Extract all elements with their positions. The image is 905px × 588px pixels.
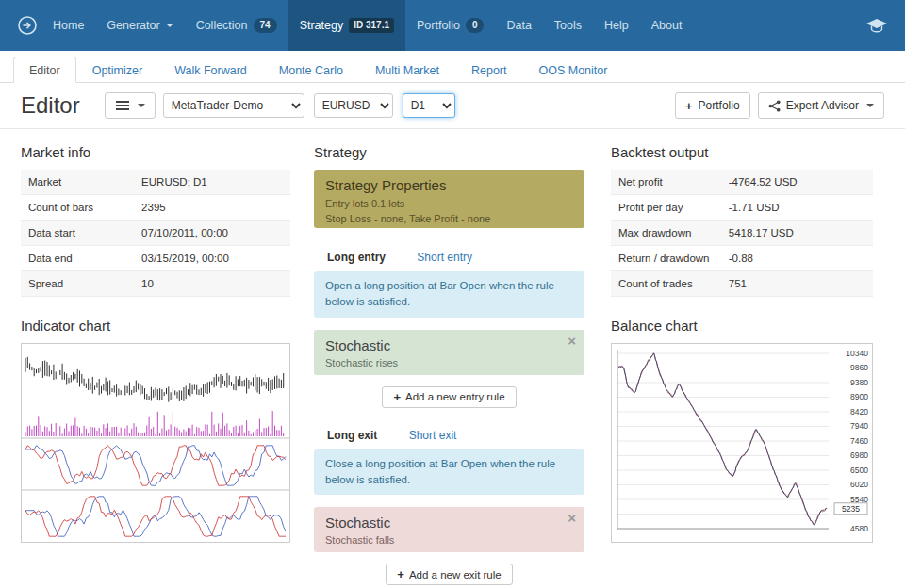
table-row: Net profit-4764.52 USD bbox=[611, 170, 873, 195]
close-icon[interactable]: × bbox=[568, 334, 576, 348]
table-row: Count of bars2395 bbox=[21, 195, 290, 220]
exit-slot-title: Stochastic bbox=[325, 514, 573, 531]
graduation-cap-icon[interactable] bbox=[865, 18, 888, 34]
exit-info-box: Close a long position at Bar Open when t… bbox=[314, 449, 584, 496]
entry-rule-header: Long entry Short entry bbox=[314, 251, 584, 264]
short-exit-link[interactable]: Short exit bbox=[409, 429, 457, 442]
table-cell-label: Data end bbox=[21, 246, 134, 271]
table-row: Return / drawdown-0.88 bbox=[611, 246, 873, 271]
add-entry-rule-label: Add a new entry rule bbox=[405, 391, 504, 402]
nav-item-data[interactable]: Data bbox=[495, 0, 542, 51]
table-cell-label: Return / drawdown bbox=[611, 246, 721, 271]
svg-text:8420: 8420 bbox=[850, 407, 868, 416]
table-row: Data end03/15/2019, 00:00 bbox=[21, 246, 290, 271]
caret-down-icon bbox=[138, 104, 145, 107]
nav-item-tools[interactable]: Tools bbox=[543, 0, 593, 51]
svg-text:6980: 6980 bbox=[850, 450, 868, 460]
period-select[interactable]: D1 bbox=[403, 93, 455, 118]
nav-item-label: Home bbox=[53, 19, 84, 32]
plus-icon: + bbox=[393, 391, 401, 403]
tab-oos-monitor[interactable]: OOS Monitor bbox=[522, 57, 623, 83]
tab-report[interactable]: Report bbox=[455, 57, 523, 83]
balance-chart: 1034098609380890084207940746069806500602… bbox=[611, 343, 873, 543]
nav-badge: 0 bbox=[466, 18, 485, 33]
market-info-table: MarketEURUSD; D1Count of bars2395Data st… bbox=[21, 170, 290, 297]
strategy-properties-title: Strategy Properties bbox=[325, 177, 573, 193]
portfolio-button[interactable]: + Portfolio bbox=[675, 92, 750, 119]
table-cell-label: Spread bbox=[21, 271, 134, 297]
table-cell-value: -1.71 USD bbox=[721, 195, 873, 220]
table-cell-value: -0.88 bbox=[721, 246, 873, 271]
table-cell-value: 751 bbox=[721, 271, 873, 297]
strategy-column: Strategy Strategy Properties Entry lots … bbox=[314, 129, 584, 585]
svg-text:7460: 7460 bbox=[850, 436, 868, 446]
symbol-select[interactable]: EURUSD bbox=[314, 93, 393, 118]
backtest-output-table: Net profit-4764.52 USDProfit per day-1.7… bbox=[611, 170, 873, 297]
exit-rule-header: Long exit Short exit bbox=[314, 429, 584, 442]
long-entry-label: Long entry bbox=[327, 251, 386, 264]
svg-text:5235: 5235 bbox=[842, 504, 860, 514]
menu-button[interactable] bbox=[105, 92, 156, 119]
caret-down-icon bbox=[866, 104, 874, 107]
account-select[interactable]: MetaTrader-Demo bbox=[163, 93, 304, 118]
table-row: MarketEURUSD; D1 bbox=[21, 170, 290, 195]
nav-item-label: Tools bbox=[554, 19, 582, 32]
strategy-properties-panel[interactable]: Strategy Properties Entry lots 0.1 lots … bbox=[314, 170, 584, 228]
market-column: Market info MarketEURUSD; D1Count of bar… bbox=[21, 129, 290, 585]
page-title: Editor bbox=[21, 91, 80, 120]
indicator-chart-title: Indicator chart bbox=[21, 318, 290, 334]
nav-item-about[interactable]: About bbox=[640, 0, 694, 51]
table-row: Count of trades751 bbox=[611, 271, 873, 297]
expert-advisor-button[interactable]: Expert Advisor bbox=[758, 92, 884, 119]
table-cell-value: -4764.52 USD bbox=[721, 170, 873, 195]
add-exit-rule-button[interactable]: + Add a new exit rule bbox=[386, 564, 512, 585]
table-cell-label: Net profit bbox=[611, 170, 721, 195]
tab-monte-carlo[interactable]: Monte Carlo bbox=[263, 57, 359, 83]
nav-item-strategy[interactable]: StrategyID 317.1 bbox=[288, 0, 405, 51]
tab-bar: EditorOptimizerWalk ForwardMonte CarloMu… bbox=[0, 51, 905, 83]
entry-rule-slot[interactable]: Stochastic Stochastic rises × bbox=[314, 330, 584, 375]
table-cell-label: Data start bbox=[21, 220, 134, 246]
table-row: Max drawdown5418.17 USD bbox=[611, 220, 873, 246]
tab-optimizer[interactable]: Optimizer bbox=[76, 57, 158, 83]
close-icon[interactable]: × bbox=[568, 511, 576, 525]
nav-item-generator[interactable]: Generator bbox=[95, 0, 184, 51]
nav-item-label: Generator bbox=[107, 19, 159, 32]
plus-icon: + bbox=[397, 568, 404, 580]
nav-item-help[interactable]: Help bbox=[593, 0, 640, 51]
nav-item-collection[interactable]: Collection74 bbox=[185, 0, 288, 51]
svg-text:9380: 9380 bbox=[850, 378, 868, 387]
menu-icon bbox=[116, 105, 129, 106]
svg-text:6020: 6020 bbox=[850, 480, 868, 489]
exit-rule-slot[interactable]: Stochastic Stochastic falls × bbox=[314, 507, 584, 552]
table-cell-value: 5418.17 USD bbox=[721, 220, 873, 246]
table-cell-label: Market bbox=[21, 170, 134, 195]
svg-text:7940: 7940 bbox=[850, 421, 868, 431]
tab-editor[interactable]: Editor bbox=[13, 57, 76, 83]
add-entry-rule-button[interactable]: + Add a new entry rule bbox=[382, 386, 516, 408]
indicator-chart bbox=[21, 343, 290, 543]
nav-item-portfolio[interactable]: Portfolio0 bbox=[405, 0, 495, 51]
svg-text:8900: 8900 bbox=[850, 392, 868, 401]
short-entry-link[interactable]: Short entry bbox=[417, 251, 472, 264]
main-content: Market info MarketEURUSD; D1Count of bar… bbox=[0, 129, 905, 585]
table-row: Data start07/10/2011, 00:00 bbox=[21, 220, 290, 246]
navbar: HomeGeneratorCollection74StrategyID 317.… bbox=[0, 0, 905, 51]
nav-item-label: Strategy bbox=[300, 19, 344, 32]
table-cell-label: Count of bars bbox=[21, 195, 134, 220]
tab-multi-market[interactable]: Multi Market bbox=[359, 57, 455, 83]
header-actions: + Portfolio Expert Advisor bbox=[675, 92, 884, 119]
table-cell-value: 03/15/2019, 00:00 bbox=[134, 246, 290, 271]
nav-item-home[interactable]: Home bbox=[41, 0, 95, 51]
entry-info-box: Open a long position at Bar Open when th… bbox=[314, 271, 584, 318]
table-cell-label: Max drawdown bbox=[611, 220, 721, 246]
tab-walk-forward[interactable]: Walk Forward bbox=[158, 57, 263, 83]
market-info-title: Market info bbox=[21, 144, 290, 160]
strategy-properties-line1: Entry lots 0.1 lots bbox=[325, 197, 573, 212]
long-exit-label: Long exit bbox=[327, 429, 377, 442]
app-logo-icon[interactable] bbox=[17, 15, 38, 36]
table-cell-label: Count of trades bbox=[611, 271, 721, 297]
page-header: Editor MetaTrader-Demo EURUSD D1 + Portf… bbox=[0, 83, 905, 129]
table-cell-label: Profit per day bbox=[611, 195, 721, 220]
table-row: Profit per day-1.71 USD bbox=[611, 195, 873, 220]
